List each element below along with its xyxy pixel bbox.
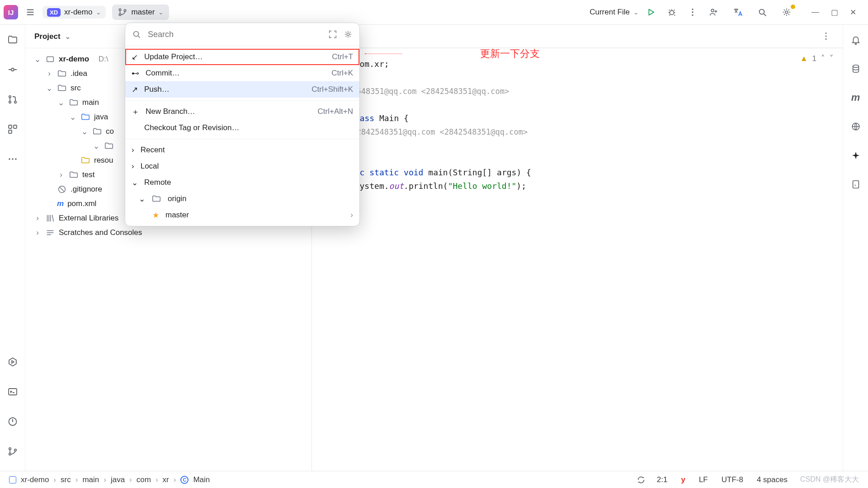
svg-point-30: [853, 65, 859, 68]
menu-group-remote[interactable]: ⌄Remote: [125, 174, 359, 191]
pull-requests-tool-button[interactable]: [4, 91, 21, 108]
svg-point-4: [692, 9, 693, 10]
notifications-button[interactable]: [847, 31, 864, 48]
author-label: 2842548351@qq.com <2842548351@qq.com>: [356, 125, 528, 139]
ide-logo: IJ: [4, 5, 18, 19]
chevron-right-icon: ›: [350, 211, 353, 220]
menu-group-recent[interactable]: ›Recent: [125, 142, 359, 158]
run-config-label: Current File: [590, 8, 630, 17]
translate-button[interactable]: [729, 4, 746, 21]
more-tools-button[interactable]: [4, 150, 21, 168]
file-encoding[interactable]: UTF-8: [722, 475, 743, 484]
project-selector[interactable]: XD xr-demo ⌄: [42, 6, 106, 19]
search-everywhere-button[interactable]: [754, 4, 771, 21]
menu-group-local[interactable]: ›Local: [125, 158, 359, 174]
crumb[interactable]: xr-demo: [21, 475, 49, 484]
menu-item-origin-master[interactable]: ★master›: [125, 207, 359, 223]
crumb[interactable]: src: [61, 475, 71, 484]
minimize-button[interactable]: —: [811, 8, 819, 17]
maximize-button[interactable]: ▢: [831, 8, 838, 17]
maven-tool-button[interactable]: m: [847, 89, 864, 106]
menu-label: Commit…: [146, 69, 325, 78]
tree-label: test: [82, 170, 94, 179]
popup-search-input[interactable]: [147, 29, 322, 40]
debug-button[interactable]: [663, 4, 680, 21]
svg-point-7: [711, 9, 714, 12]
title-bar: IJ XD xr-demo ⌄ master ⌄ Current File ⌄ …: [0, 0, 868, 25]
settings-button[interactable]: [778, 4, 795, 21]
expand-icon[interactable]: [328, 29, 338, 39]
svg-point-34: [347, 33, 349, 36]
run-button[interactable]: [642, 4, 660, 21]
chevron-up-icon[interactable]: ˄: [821, 54, 825, 63]
tree-node-scratches[interactable]: ›Scratches and Consoles: [25, 225, 311, 240]
terminal-tool-button[interactable]: [4, 383, 21, 400]
hex-play-icon: [7, 357, 18, 367]
code-with-me-button[interactable]: [705, 4, 722, 21]
y-indicator[interactable]: y: [681, 475, 685, 484]
more-actions-button[interactable]: [684, 4, 701, 21]
gear-icon[interactable]: [343, 29, 353, 39]
folder-icon: [151, 194, 161, 204]
git-branch-selector[interactable]: master ⌄: [112, 5, 169, 20]
problems-tool-button[interactable]: [4, 413, 21, 430]
module-crumb-icon: [9, 476, 16, 483]
person-plus-icon: [708, 7, 718, 17]
commit-tool-button[interactable]: [4, 61, 21, 78]
chevron-down-icon: ⌄: [158, 9, 164, 16]
menu-item-push[interactable]: ↗Push…Ctrl+Shift+K: [125, 81, 359, 98]
svg-point-3: [670, 10, 674, 14]
services-tool-button[interactable]: [4, 353, 21, 371]
crumb[interactable]: java: [111, 475, 125, 484]
project-panel-title: Project: [34, 32, 61, 41]
crumb[interactable]: xr: [163, 475, 169, 484]
svg-point-8: [760, 9, 764, 14]
run-config-selector[interactable]: Current File ⌄: [590, 8, 639, 17]
menu-item-new-branch[interactable]: ＋New Branch…Ctrl+Alt+N: [125, 103, 359, 120]
branch-icon: [118, 7, 127, 17]
menu-shortcut: Ctrl+T: [332, 52, 353, 61]
git-author-inline: 👤 2842548351@qq.com <2842548351@qq.com>: [316, 84, 843, 98]
ai-tool-button[interactable]: [847, 147, 864, 164]
crumb[interactable]: main: [82, 475, 99, 484]
menu-item-update-project[interactable]: ↙Update Project…Ctrl+T: [125, 49, 359, 65]
chevron-down-icon[interactable]: ˅: [830, 54, 834, 63]
gear-icon: [782, 7, 792, 17]
main-menu-button[interactable]: [22, 4, 39, 21]
svg-point-28: [825, 35, 826, 37]
menu-item-commit[interactable]: ⊷Commit…Ctrl+K: [125, 65, 359, 81]
database-icon: [851, 64, 861, 74]
svg-rect-15: [14, 125, 17, 128]
structure-tool-button[interactable]: [4, 121, 21, 138]
tree-label: External Libraries: [59, 214, 118, 223]
tree-label: xr-demo: [59, 55, 89, 64]
code-static: out: [389, 181, 404, 191]
close-button[interactable]: ✕: [850, 8, 856, 17]
ellipsis-icon: [7, 154, 18, 164]
code-editor[interactable]: package com.xr; 👤 2842548351@qq.com <284…: [312, 48, 843, 220]
line-separator[interactable]: LF: [699, 475, 708, 484]
menu-item-checkout[interactable]: Checkout Tag or Revision…: [125, 120, 359, 136]
menu-label: Checkout Tag or Revision…: [144, 123, 353, 132]
crumb[interactable]: Main: [193, 475, 210, 484]
globe-tool-button[interactable]: [847, 118, 864, 135]
tab-options-button[interactable]: [817, 28, 835, 45]
globe-icon: [851, 122, 861, 131]
bug-icon: [667, 7, 677, 17]
caret-position[interactable]: 2:1: [657, 475, 668, 484]
menu-group-origin[interactable]: ⌄origin: [125, 191, 359, 207]
menu-label: master: [165, 211, 344, 220]
inspection-widget[interactable]: ▲ 1 ˄ ˅: [800, 54, 834, 63]
vcs-tool-button[interactable]: [4, 443, 21, 460]
database-tool-button[interactable]: [847, 60, 864, 77]
warning-icon: [7, 416, 18, 427]
doc-tool-button[interactable]: [847, 176, 864, 193]
translate-icon: [733, 7, 743, 17]
folder-icon: [69, 170, 79, 180]
project-tool-button[interactable]: [4, 31, 21, 48]
crumb[interactable]: com: [137, 475, 151, 484]
editor-tabs: ava ×: [312, 25, 843, 48]
code-text: );: [516, 181, 526, 191]
sync-icon[interactable]: [636, 475, 646, 485]
indent-setting[interactable]: 4 spaces: [757, 475, 788, 484]
